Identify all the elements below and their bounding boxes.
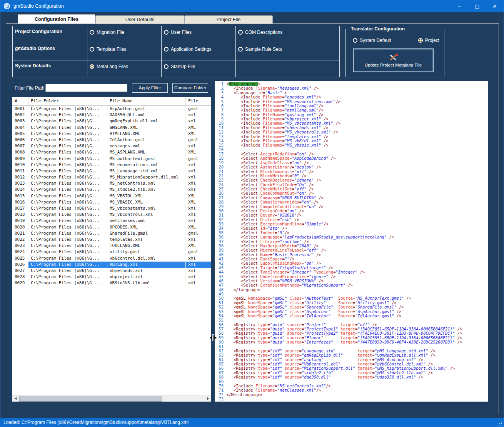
code-line: 58 <Registry type="guid" source="Project… [215, 331, 488, 335]
table-row[interactable]: 0023C:\Program Files (x86)\G...TOOLLANG.… [12, 243, 211, 249]
radio-project[interactable]: Project [418, 38, 439, 43]
radio-application-settings[interactable]: Application Settings [164, 47, 211, 52]
close-button[interactable]: ✕ [486, 0, 504, 12]
table-cell: 0011 [12, 168, 28, 174]
table-row[interactable]: 0025C:\Program Files (x86)\G...vb6contro… [12, 255, 211, 262]
table-cell: OPCODES.XML [107, 224, 186, 230]
table-row[interactable]: 0015C:\Program Files (x86)\G...MS_VB6IDL… [12, 193, 211, 199]
apply-filter-button[interactable]: Apply Filter [132, 83, 168, 93]
table-row[interactable]: 0009C:\Program Files (x86)\G...MS_author… [12, 156, 211, 162]
radio-icon [238, 47, 243, 52]
table-row[interactable]: 0028C:\Program Files (x86)\G...vbproject… [12, 274, 211, 280]
radio-sample-rule-sets[interactable]: Sample Rule Sets [238, 47, 282, 52]
table-row[interactable]: 0027C:\Program Files (x86)\G...vbmethods… [12, 268, 211, 274]
table-row[interactable]: 0013C:\Program Files (x86)\G...MS_netCon… [12, 180, 211, 187]
column-header-num[interactable]: # [12, 97, 28, 105]
file-table: #File FolderFile NameFile ... 0001C:\Pro… [12, 97, 211, 402]
radio-icon [238, 30, 243, 35]
table-row[interactable]: 0021C:\Program Files (x86)\G...SharedFil… [12, 230, 211, 237]
table-cell: C:\Program Files (x86)\G... [28, 212, 107, 218]
table-row[interactable]: 0010C:\Program Files (x86)\G...MS_enumer… [12, 162, 211, 168]
horizontal-scrollbar[interactable] [12, 395, 211, 402]
table-cell: xml [186, 143, 211, 149]
table-cell: 0003 [12, 118, 28, 124]
code-text: </language> [226, 288, 488, 292]
table-row[interactable]: 0016C:\Program Files (x86)\G...MS_VBASIC… [12, 199, 211, 205]
table-cell: TOOLLANG.XML [107, 243, 186, 249]
code-text: <Select ExceptionHandling="Simple"/> [226, 222, 488, 226]
radio-com-descriptions[interactable]: COM Descriptions [238, 30, 282, 35]
config-empty-cell [236, 60, 340, 77]
tab-project-file[interactable]: Project File [184, 15, 273, 23]
tab-configuration-files[interactable]: Configuration Files [18, 14, 95, 23]
code-text: <gmSL NameSpace="gmSL" class="Utility" S… [226, 301, 488, 305]
table-row[interactable]: 0029C:\Program Files (x86)\G...VBStoJVS.… [12, 280, 211, 286]
filter-file-path-input[interactable] [45, 84, 127, 92]
table-row[interactable]: 0022C:\Program Files (x86)\G...templates… [12, 237, 211, 243]
table-cell: xml [186, 237, 211, 243]
table-cell: C:\Program Files (x86)\G... [28, 280, 107, 286]
code-text: <Include Filename="MS_vbasic.xml" /> [226, 143, 488, 147]
radio-user-files[interactable]: User Files [164, 30, 192, 35]
maximize-button[interactable]: ▢ [468, 0, 486, 12]
table-row[interactable]: 0018C:\Program Files (x86)\G...MS_vbcont… [12, 212, 211, 218]
table-cell: VB7Lang.xml [107, 262, 186, 268]
code-line: 14 <Include Filename="MS_vb6idl.xml" /> [215, 139, 488, 143]
update-project-metalang-button[interactable]: Update Project Metalang File [353, 48, 434, 72]
minimize-button[interactable]: – [451, 0, 468, 12]
column-header-file-name[interactable]: File Name [107, 97, 186, 105]
table-row[interactable]: 0004C:\Program Files (x86)\G...GMSLANG.X… [12, 125, 211, 131]
column-header-file-folder[interactable]: File Folder [28, 97, 107, 105]
table-row[interactable]: 0007C:\Program Files (x86)\G...messages.… [12, 143, 211, 149]
radio-icon [164, 47, 169, 52]
table-row[interactable]: 0006C:\Program Files (x86)\G...IdlAuthor… [12, 137, 211, 143]
table-cell: xml [186, 187, 211, 193]
table-row[interactable]: 0003C:\Program Files (x86)\G...gmRegExpL… [12, 118, 211, 124]
table-row[interactable]: 0019C:\Program Files (x86)\G...netclasse… [12, 218, 211, 224]
table-row[interactable]: 0017C:\Program Files (x86)\G...MS_vbcons… [12, 205, 211, 212]
code-text: <Select Dialect="csh" /> [226, 218, 488, 222]
metalang-code-viewer[interactable]: 1<MetaLanguage>2 <Include Filename="Mess… [215, 81, 488, 402]
code-line: 5 <Include Filename="MS_enumerations.xml… [215, 100, 488, 104]
radio-label: COM Descriptions [245, 30, 282, 35]
line-number: 52 [215, 305, 226, 309]
table-row[interactable]: 0020C:\Program Files (x86)\G...OPCODES.X… [12, 224, 211, 230]
code-text [226, 345, 488, 349]
table-row[interactable]: 0014C:\Program Files (x86)\G...MS_stdole… [12, 187, 211, 193]
table-row[interactable]: 0026C:\Program Files (x86)\G...VB7Lang.x… [12, 262, 211, 268]
line-number: 6 [215, 104, 226, 108]
table-cell: xml [186, 255, 211, 262]
radio-migration-file[interactable]: Migration File [90, 30, 124, 35]
radio-startup-file[interactable]: StartUp File [164, 64, 195, 69]
radio-system-default[interactable]: System Default [353, 38, 391, 43]
table-cell: C:\Program Files (x86)\G... [28, 143, 107, 149]
table-row[interactable]: 0024C:\Program Files (x86)\G...utility.g… [12, 249, 211, 255]
table-row[interactable]: 0011C:\Program Files (x86)\G...MS_Langua… [12, 168, 211, 174]
code-line: 73 [215, 397, 488, 401]
line-number: 71 [215, 388, 226, 392]
resize-grip[interactable] [497, 421, 502, 426]
table-cell: 0022 [12, 237, 28, 243]
table-row[interactable]: 0001C:\Program Files (x86)\G...AspAuthor… [12, 106, 211, 112]
code-line: 32 <Select Dialect="csh" /> [215, 218, 488, 222]
table-cell: xml [186, 262, 211, 268]
scrollbar-thumb[interactable] [19, 396, 162, 402]
compare-folder-button[interactable]: Compare Folder [172, 83, 208, 93]
table-row[interactable]: 0008C:\Program Files (x86)\G...MS_ASPLAN… [12, 149, 211, 155]
table-cell: C:\Program Files (x86)\G... [28, 224, 107, 230]
code-text: <Registry type="idf" source="Language.st… [226, 349, 488, 353]
table-cell: C:\Program Files (x86)\G... [28, 112, 107, 118]
code-line: 31 <Select Devenv="VS2010"/> [215, 213, 488, 217]
scroll-left-arrow-icon[interactable] [12, 395, 19, 402]
radio-icon [353, 38, 357, 43]
table-row[interactable]: 0012C:\Program Files (x86)\G...MS_Migrat… [12, 174, 211, 180]
tab-user-defaults[interactable]: User Defaults [95, 15, 184, 23]
scroll-right-arrow-icon[interactable] [205, 395, 211, 402]
radio-template-files[interactable]: Template Files [90, 47, 126, 52]
table-cell: 0017 [12, 205, 28, 212]
table-cell: 0019 [12, 218, 28, 224]
radio-metalang-files[interactable]: MetaLang Files [90, 64, 128, 69]
table-row[interactable]: 0002C:\Program Files (x86)\G...DAO350.DL… [12, 112, 211, 118]
table-row[interactable]: 0005C:\Program Files (x86)\G...HTMLLANG.… [12, 131, 211, 137]
column-header-file[interactable]: File ... [186, 97, 211, 105]
